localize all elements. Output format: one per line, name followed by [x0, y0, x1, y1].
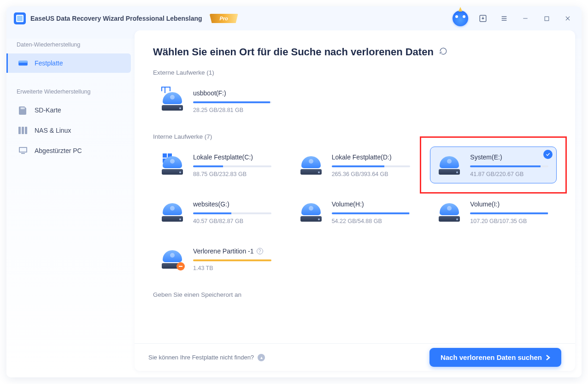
svg-rect-13 [18, 127, 21, 134]
usage-bar [332, 212, 410, 214]
scan-button-label: Nach verlorenen Daten suchen [441, 353, 542, 361]
drive-name: Lokale Festplatte(C:) [193, 153, 273, 161]
drive-card[interactable]: Volume(I:) 107.20 GB/107.35 GB [430, 194, 557, 230]
drive-name: Volume(H:) [332, 200, 412, 208]
drive-info: usbboot(F:) 28.25 GB/28.81 GB [193, 88, 273, 113]
nas-icon [18, 126, 28, 135]
drive-icon [299, 200, 323, 224]
sdcard-icon [18, 106, 28, 114]
drive-info: Lokale Festplatte(C:) 88.75 GB/232.83 GB [193, 153, 273, 177]
titlebar: EaseUS Data Recovery Wizard Professional… [6, 6, 582, 30]
app-window: EaseUS Data Recovery Wizard Professional… [6, 6, 582, 377]
drive-name: usbboot(F:) [193, 89, 273, 97]
drive-icon [299, 153, 323, 177]
svg-rect-5 [545, 17, 549, 21]
drive-icon [160, 200, 185, 224]
sidebar-section-recovery: Daten-Wiederherstellung [6, 37, 135, 53]
drive-size: 1.43 TB [193, 265, 273, 271]
titlebar-right [453, 11, 574, 26]
external-drives-grid: usbboot(F:) 28.25 GB/28.81 GB [153, 82, 557, 119]
usage-bar [193, 165, 271, 167]
sidebar-item-festplatte[interactable]: Festplatte [6, 53, 131, 73]
gift-avatar-icon[interactable] [453, 11, 468, 26]
help-icon[interactable]: ? [257, 248, 263, 254]
svg-rect-9 [18, 61, 28, 63]
internal-drives-grid: Lokale Festplatte(C:) 88.75 GB/232.83 GB… [153, 147, 557, 277]
drive-card[interactable]: websites(G:) 40.57 GB/82.87 GB [153, 194, 280, 230]
page-heading-text: Wählen Sie einen Ort für die Suche nach … [153, 46, 434, 58]
maximize-button[interactable] [540, 12, 553, 25]
svg-rect-14 [22, 127, 24, 134]
harddrive-icon [18, 59, 28, 67]
drive-size: 54.22 GB/54.88 GB [332, 218, 412, 224]
sidebar-item-nas[interactable]: NAS & Linux [6, 121, 131, 140]
drive-size: 107.20 GB/107.35 GB [470, 218, 550, 224]
minimize-button[interactable] [519, 12, 532, 25]
sidebar-item-label: SD-Karte [35, 106, 61, 114]
drive-icon [437, 200, 462, 224]
svg-rect-11 [22, 107, 23, 109]
drive-card[interactable]: Lokale Festplatte(C:) 88.75 GB/232.83 GB [153, 147, 280, 183]
svg-rect-10 [21, 107, 22, 109]
drive-name: websites(G:) [193, 200, 273, 208]
usage-bar [193, 101, 271, 103]
svg-rect-17 [21, 153, 25, 154]
sidebar-item-label: Festplatte [35, 59, 63, 67]
menu-button[interactable] [498, 12, 511, 25]
svg-rect-18 [20, 148, 26, 152]
drive-size: 40.57 GB/82.87 GB [193, 218, 273, 224]
sidebar-item-label: Abgestürzter PC [35, 147, 82, 154]
drive-info: Lokale Festplatte(D:) 265.36 GB/393.64 G… [332, 153, 412, 177]
drive-card[interactable]: usbboot(F:) 28.25 GB/28.81 GB [153, 82, 280, 119]
section-external-label: Externe Laufwerke (1) [153, 69, 557, 76]
app-logo-icon [14, 12, 26, 24]
drive-card[interactable]: Verlorene Partition -1? 1.43 TB [153, 241, 280, 277]
drive-size: 88.75 GB/232.83 GB [193, 171, 273, 177]
drive-size: 28.25 GB/28.81 GB [193, 107, 273, 113]
drive-info: Volume(H:) 54.22 GB/54.88 GB [332, 200, 412, 224]
section-custom-label: Geben Sie einen Speicherort an [153, 291, 557, 298]
sidebar-item-sdcard[interactable]: SD-Karte [6, 100, 131, 120]
svg-rect-15 [25, 127, 27, 134]
drive-name: Lokale Festplatte(D:) [332, 153, 412, 161]
app-title: EaseUS Data Recovery Wizard Professional… [30, 15, 202, 22]
highlight-annotation [420, 136, 567, 194]
main-panel: Wählen Sie einen Ort für die Suche nach … [135, 30, 575, 371]
hint-cant-find-disk[interactable]: Sie können Ihre Festplatte nicht finden?… [148, 354, 265, 361]
chevron-up-icon: ▴ [258, 354, 265, 361]
sidebar-section-advanced: Erweiterte Wiederherstellung [6, 84, 135, 100]
sidebar-item-crashed-pc[interactable]: Abgestürzter PC [6, 141, 131, 160]
sidebar: Daten-Wiederherstellung Festplatte Erwei… [6, 30, 135, 377]
usage-bar [332, 165, 410, 167]
refresh-icon[interactable] [439, 46, 447, 58]
close-button[interactable] [561, 12, 574, 25]
drive-name: Volume(I:) [470, 200, 550, 208]
monitor-icon [18, 147, 28, 155]
usage-bar [470, 212, 548, 214]
drive-size: 265.36 GB/393.64 GB [332, 171, 412, 177]
footer-bar: Sie können Ihre Festplatte nicht finden?… [135, 343, 575, 371]
scan-button[interactable]: Nach verlorenen Daten suchen [429, 348, 561, 367]
sidebar-item-label: NAS & Linux [35, 127, 71, 134]
drive-name: Verlorene Partition -1? [193, 247, 273, 255]
svg-rect-12 [24, 107, 24, 109]
hint-text: Sie können Ihre Festplatte nicht finden? [148, 354, 254, 361]
drive-icon [160, 247, 185, 271]
drive-info: Verlorene Partition -1? 1.43 TB [193, 247, 273, 271]
pro-badge: Pro [210, 14, 238, 23]
drive-info: Volume(I:) 107.20 GB/107.35 GB [470, 200, 550, 224]
drive-card[interactable]: Lokale Festplatte(D:) 265.36 GB/393.64 G… [292, 147, 418, 183]
usage-bar [193, 259, 271, 261]
download-button[interactable] [476, 12, 489, 25]
drive-icon [160, 88, 185, 113]
drive-card[interactable]: Volume(H:) 54.22 GB/54.88 GB [292, 194, 418, 230]
main-scroll-area[interactable]: Wählen Sie einen Ort für die Suche nach … [135, 30, 575, 343]
usage-bar [193, 212, 271, 214]
drive-icon [160, 153, 185, 177]
page-heading: Wählen Sie einen Ort für die Suche nach … [153, 46, 557, 58]
drive-info: websites(G:) 40.57 GB/82.87 GB [193, 200, 273, 224]
